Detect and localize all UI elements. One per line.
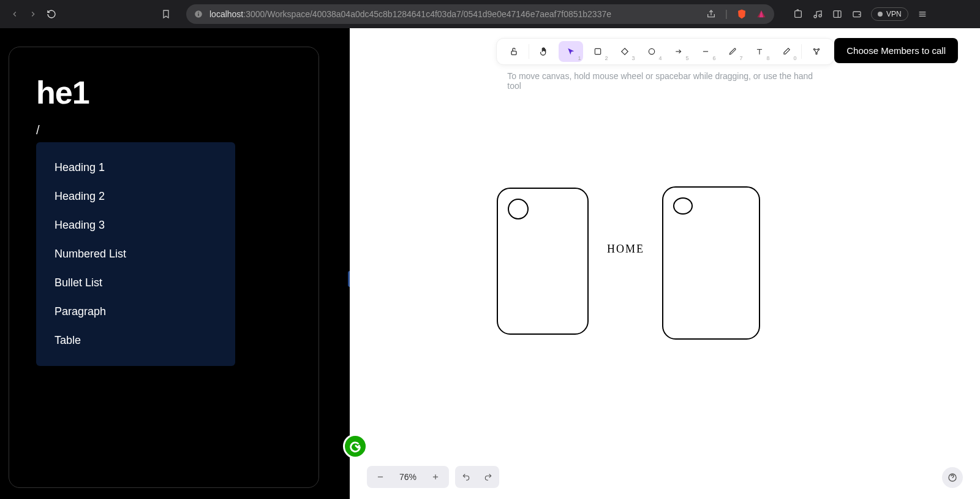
- brave-shield-icon[interactable]: [736, 9, 747, 20]
- nav-buttons: [10, 9, 56, 19]
- svg-rect-8: [834, 11, 841, 18]
- back-button[interactable]: [10, 9, 20, 19]
- vpn-label: VPN: [886, 10, 902, 18]
- svg-rect-1: [198, 13, 198, 16]
- block-type-menu: Heading 1 Heading 2 Heading 3 Numbered L…: [36, 142, 235, 366]
- vpn-status-dot: [878, 12, 883, 17]
- block-menu-bullet-list[interactable]: Bullet List: [36, 269, 235, 297]
- svg-point-20: [813, 48, 815, 50]
- block-menu-heading-2[interactable]: Heading 2: [36, 182, 235, 211]
- line-tool[interactable]: 6: [693, 41, 718, 62]
- address-actions: |: [706, 9, 767, 20]
- block-menu-table[interactable]: Table: [36, 326, 235, 355]
- block-menu-heading-1[interactable]: Heading 1: [36, 153, 235, 182]
- draw-tool[interactable]: 7: [720, 41, 745, 62]
- svg-point-17: [649, 48, 654, 54]
- block-menu-heading-3[interactable]: Heading 3: [36, 211, 235, 240]
- sketch-home-label[interactable]: HOME: [607, 243, 644, 256]
- note-panel[interactable]: he1 / Heading 1 Heading 2 Heading 3 Numb…: [9, 47, 319, 488]
- extensions-icon[interactable]: [793, 9, 804, 20]
- zoom-out-button[interactable]: [369, 466, 391, 488]
- zoom-group: 76%: [367, 466, 449, 488]
- reload-button[interactable]: [47, 9, 56, 19]
- bookmark-icon[interactable]: [160, 9, 172, 20]
- zoom-in-button[interactable]: [424, 466, 447, 488]
- address-bar[interactable]: localhost:3000/Workspace/40038a04a0dc45c…: [186, 4, 774, 24]
- redo-button[interactable]: [477, 466, 499, 488]
- zoom-bar: 76%: [367, 466, 499, 488]
- hand-tool[interactable]: [532, 41, 556, 62]
- undo-button[interactable]: [455, 466, 477, 488]
- share-icon[interactable]: [706, 9, 717, 20]
- canvas-drawing[interactable]: HOME: [491, 151, 932, 359]
- slash-command-input[interactable]: /: [36, 123, 292, 137]
- sketch-phone-1[interactable]: [497, 188, 589, 335]
- circle-tool[interactable]: 4: [639, 41, 664, 62]
- help-button[interactable]: [942, 467, 963, 488]
- site-info-icon[interactable]: [194, 9, 203, 19]
- menu-button[interactable]: [917, 9, 928, 20]
- select-tool[interactable]: 1: [559, 41, 583, 62]
- forward-button[interactable]: [28, 9, 38, 19]
- sketch-camera-2: [673, 197, 693, 215]
- diamond-tool[interactable]: 3: [612, 41, 637, 62]
- wallet-icon[interactable]: [851, 9, 862, 20]
- address-text: localhost:3000/Workspace/40038a04a0dc45c…: [209, 9, 611, 19]
- frame-tool[interactable]: [804, 41, 829, 62]
- svg-rect-5: [795, 11, 802, 18]
- extension-icons: VPN: [793, 7, 928, 21]
- svg-rect-15: [595, 48, 600, 54]
- svg-rect-14: [511, 51, 516, 55]
- music-icon[interactable]: [812, 9, 823, 20]
- svg-marker-16: [621, 48, 628, 55]
- draw-hotkey: 7: [739, 55, 742, 61]
- vpn-button[interactable]: VPN: [871, 7, 908, 21]
- rect-hotkey: 2: [605, 55, 608, 61]
- grammarly-badge[interactable]: [343, 434, 368, 459]
- svg-point-22: [815, 53, 816, 54]
- zoom-value[interactable]: 76%: [391, 472, 424, 482]
- line-hotkey: 6: [712, 55, 715, 61]
- arrow-tool[interactable]: 5: [666, 41, 691, 62]
- note-pane: he1 / Heading 1 Heading 2 Heading 3 Numb…: [0, 28, 350, 499]
- svg-rect-2: [198, 12, 198, 13]
- text-hotkey: 8: [766, 55, 769, 61]
- sketch-camera-1: [508, 199, 529, 219]
- note-title[interactable]: he1: [36, 74, 292, 111]
- url-path: :3000/Workspace/40038a04a0dc45c8b1284641…: [243, 9, 611, 19]
- canvas-hint: To move canvas, hold mouse wheel or spac…: [507, 71, 823, 91]
- undo-redo-group: [455, 466, 499, 488]
- arrow-hotkey: 5: [685, 55, 688, 61]
- diamond-hotkey: 3: [631, 55, 635, 61]
- main-area: he1 / Heading 1 Heading 2 Heading 3 Numb…: [0, 28, 980, 499]
- lock-tool[interactable]: [502, 41, 526, 62]
- choose-members-button[interactable]: Choose Members to call: [834, 38, 958, 63]
- block-menu-numbered-list[interactable]: Numbered List: [36, 240, 235, 269]
- canvas-pane[interactable]: 1 2 3 4 5 6 7: [350, 28, 980, 499]
- select-hotkey: 1: [578, 55, 581, 61]
- eraser-hotkey: 0: [793, 55, 796, 61]
- rectangle-tool[interactable]: 2: [586, 41, 610, 62]
- brave-rewards-icon[interactable]: [756, 9, 767, 20]
- svg-point-21: [818, 48, 819, 50]
- url-host: localhost: [209, 9, 243, 19]
- browser-bar: localhost:3000/Workspace/40038a04a0dc45c…: [0, 0, 980, 28]
- sketch-phone-2[interactable]: [662, 186, 760, 340]
- circle-hotkey: 4: [658, 55, 662, 61]
- block-menu-paragraph[interactable]: Paragraph: [36, 297, 235, 326]
- sidebar-icon[interactable]: [832, 9, 843, 20]
- text-tool[interactable]: 8: [747, 41, 772, 62]
- canvas-toolbar: 1 2 3 4 5 6 7: [496, 38, 834, 65]
- eraser-tool[interactable]: 0: [774, 41, 799, 62]
